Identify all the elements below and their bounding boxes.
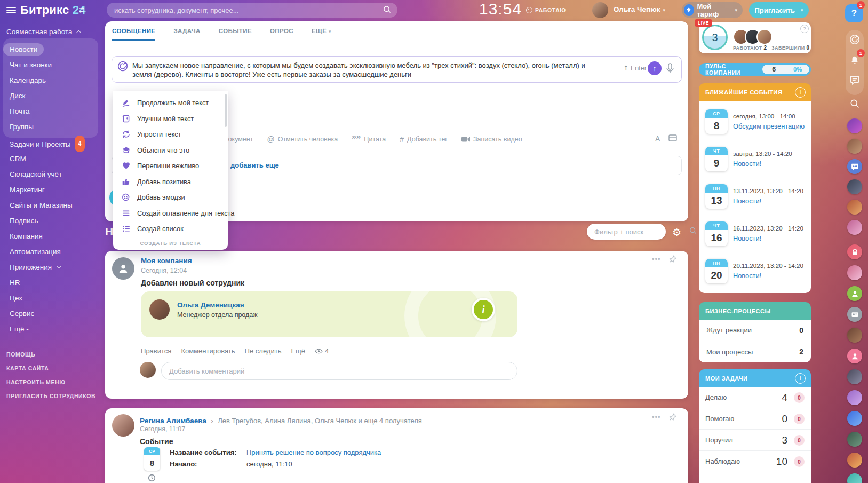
sidebar-item-news[interactable]: Новости	[3, 42, 98, 57]
avatar-photo-4[interactable]	[847, 220, 862, 235]
sidebar-section-collab[interactable]: Совместная работа	[6, 28, 81, 36]
search-icon[interactable]	[689, 227, 697, 236]
comment-link[interactable]: Комментировать	[181, 347, 235, 355]
chat-icon[interactable]	[847, 73, 862, 88]
group-chat-icon[interactable]	[847, 159, 862, 174]
user-menu[interactable]: Ольга Чепюк▾	[614, 5, 665, 13]
avatar-photo-5[interactable]	[847, 328, 862, 343]
gear-icon[interactable]: ⚙	[672, 226, 681, 238]
lock-icon[interactable]	[847, 244, 862, 259]
avatar[interactable]	[592, 2, 608, 18]
sidebar-item-mail[interactable]: Почта	[3, 104, 98, 119]
comment-input[interactable]	[161, 362, 517, 380]
task-row-helping[interactable]: Помогаю00	[699, 408, 811, 430]
event-item[interactable]: ЧТ9 завтра, 13:20 - 14:20 Новости!	[699, 141, 811, 179]
avatar-photo-3[interactable]	[847, 200, 862, 215]
menu-settings-icon[interactable]	[78, 6, 85, 16]
global-search-input[interactable]	[113, 6, 383, 15]
post-recipients[interactable]: Лев Трегубов, Алина Лялина, Ольга Чепюк …	[218, 417, 422, 425]
sidebar-configure-menu-link[interactable]: НАСТРОИТЬ МЕНЮ	[6, 379, 102, 385]
sidebar-item-company[interactable]: Компания	[3, 228, 101, 244]
menu-item-simplify-text[interactable]: Упрости текст	[113, 126, 228, 142]
person-icon-pink[interactable]	[847, 349, 862, 363]
app-logo[interactable]: Битрикс 24	[20, 3, 86, 17]
sidebar-item-marketing[interactable]: Маркетинг	[3, 182, 101, 197]
avatar[interactable]	[112, 414, 134, 437]
search-icon[interactable]	[847, 96, 862, 111]
live-avatars[interactable]	[733, 29, 773, 45]
sidebar-item-automation[interactable]: Автоматизация	[3, 244, 101, 259]
like-link[interactable]: Нравится	[141, 347, 171, 355]
info-icon[interactable]: i	[472, 298, 495, 321]
avatar-sparkles[interactable]	[847, 411, 862, 426]
submit-arrow-button[interactable]: ↑	[648, 61, 662, 75]
menu-item-add-emoji[interactable]: Добавь эмодзи	[113, 189, 228, 205]
company-pulse-widget[interactable]: ПУЛЬС КОМПАНИИ 6 0%	[699, 63, 811, 76]
menu-item-continue-text[interactable]: Продолжить мой текст	[113, 95, 228, 111]
event-link[interactable]: Новости!	[733, 234, 761, 242]
task-row-assigned[interactable]: Поручил30	[699, 430, 811, 451]
copilot-icon[interactable]	[847, 32, 862, 47]
sidebar-sitemap-link[interactable]: КАРТА САЙТА	[6, 365, 102, 371]
event-item[interactable]: СР8 сегодня, 13:00 - 14:00 Обсудим презе…	[699, 104, 811, 141]
tab-event[interactable]: СОБЫТИЕ	[219, 28, 252, 41]
help-icon[interactable]: ?	[800, 25, 809, 33]
avatar[interactable]	[140, 362, 156, 378]
avatar-photo-8[interactable]	[847, 432, 862, 447]
menu-item-add-positivity[interactable]: Добавь позитива	[113, 174, 228, 190]
menu-burger-icon[interactable]	[6, 7, 16, 13]
unfollow-link[interactable]: Не следить	[245, 347, 282, 355]
menu-item-explain[interactable]: Объясни что это	[113, 142, 228, 159]
microphone-icon[interactable]	[666, 63, 674, 76]
sidebar-item-tasks[interactable]: Задачи и Проекты4	[3, 136, 101, 151]
post-more-icon[interactable]: •••	[652, 413, 661, 421]
work-clock[interactable]: 13:54	[479, 0, 522, 18]
tariff-button[interactable]: Мой тариф▾	[682, 2, 743, 18]
tab-poll[interactable]: ОПРОС	[270, 28, 293, 41]
layout-icon[interactable]	[668, 134, 677, 143]
sidebar-item-inventory[interactable]: Складской учёт	[3, 167, 101, 182]
tab-more[interactable]: ЕЩЁ ▾	[312, 28, 331, 41]
avatar-party[interactable]	[847, 265, 862, 280]
invite-button[interactable]: Пригласить▾	[749, 2, 809, 18]
process-row-awaiting[interactable]: Ждут реакции0	[699, 320, 811, 341]
sidebar-item-calendar[interactable]: Календарь	[3, 73, 98, 88]
pin-icon[interactable]	[669, 255, 676, 265]
sidebar-item-apps[interactable]: Приложения	[3, 259, 101, 275]
sidebar-item-more[interactable]: Ещё -	[3, 321, 101, 337]
add-event-button[interactable]: +	[795, 87, 806, 98]
menu-scrollbar[interactable]	[225, 94, 227, 127]
avatar-photo-1[interactable]	[847, 139, 862, 154]
task-row-doing[interactable]: Делаю40	[699, 387, 811, 408]
pin-icon[interactable]	[669, 413, 676, 423]
sidebar-item-sites[interactable]: Сайты и Магазины	[3, 197, 101, 213]
sidebar-item-sign[interactable]: Подпись	[3, 213, 101, 228]
avatar-cake[interactable]	[847, 453, 862, 468]
id-card-icon[interactable]	[847, 307, 862, 322]
avatar-photo-2[interactable]	[847, 179, 862, 194]
work-status[interactable]: РАБОТАЮ	[526, 7, 566, 13]
sidebar-item-crm[interactable]: CRM	[3, 151, 101, 167]
tab-task[interactable]: ЗАДАЧА	[173, 28, 200, 41]
event-link[interactable]: Новости!	[733, 197, 761, 205]
avatar[interactable]	[149, 299, 170, 320]
add-task-button[interactable]: +	[795, 373, 806, 384]
sidebar-item-groups[interactable]: Группы	[3, 119, 98, 134]
event-name-link[interactable]: Принять решение по вопросу подрядчика	[246, 448, 381, 456]
event-link[interactable]: Новости!	[733, 160, 761, 168]
avatar[interactable]	[756, 29, 773, 45]
menu-item-improve-text[interactable]: Улучши мой текст	[113, 111, 228, 127]
employee-name-link[interactable]: Ольга Деменицкая	[177, 301, 244, 309]
avatar-galaxy[interactable]	[847, 118, 862, 133]
quote-button[interactable]: ””Цитата	[352, 136, 386, 143]
sidebar-item-workshop[interactable]: Цех	[3, 290, 101, 306]
record-video-button[interactable]: Записать видео	[461, 136, 522, 143]
post-more-icon[interactable]: •••	[652, 255, 661, 263]
sidebar-item-service[interactable]: Сервис	[3, 306, 101, 321]
sidebar-help-link[interactable]: ПОМОЩЬ	[6, 351, 102, 358]
menu-item-rewrite-politely[interactable]: Перепиши вежливо	[113, 158, 228, 174]
sidebar-item-chat[interactable]: Чат и звонки	[3, 57, 98, 73]
avatar[interactable]	[112, 257, 134, 280]
tab-message[interactable]: СООБЩЕНИЕ	[112, 28, 155, 41]
task-row-watching[interactable]: Наблюдаю100	[699, 451, 811, 472]
